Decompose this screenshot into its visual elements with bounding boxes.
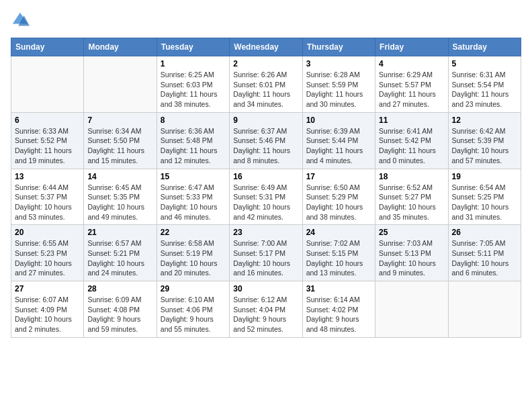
- day-info: Sunrise: 6:25 AM Sunset: 6:03 PM Dayligh…: [161, 70, 226, 109]
- page-header: [11, 11, 521, 30]
- day-info: Sunrise: 6:12 AM Sunset: 4:04 PM Dayligh…: [233, 295, 298, 334]
- day-info: Sunrise: 6:58 AM Sunset: 5:19 PM Dayligh…: [161, 238, 226, 278]
- day-info: Sunrise: 6:42 AM Sunset: 5:39 PM Dayligh…: [452, 126, 517, 166]
- weekday-header-wednesday: Wednesday: [230, 38, 302, 56]
- calendar-cell: [11, 56, 84, 113]
- day-info: Sunrise: 6:29 AM Sunset: 5:57 PM Dayligh…: [379, 70, 444, 109]
- day-info: Sunrise: 6:10 AM Sunset: 4:06 PM Dayligh…: [161, 295, 226, 334]
- calendar-cell: 25Sunrise: 7:03 AM Sunset: 5:13 PM Dayli…: [375, 225, 448, 281]
- day-number: 18: [379, 172, 444, 181]
- day-info: Sunrise: 6:50 AM Sunset: 5:29 PM Dayligh…: [306, 183, 371, 222]
- day-info: Sunrise: 6:52 AM Sunset: 5:27 PM Dayligh…: [379, 183, 444, 222]
- day-info: Sunrise: 6:31 AM Sunset: 5:54 PM Dayligh…: [452, 70, 517, 109]
- calendar-cell: 19Sunrise: 6:54 AM Sunset: 5:25 PM Dayli…: [448, 169, 521, 225]
- weekday-header-friday: Friday: [375, 38, 448, 56]
- day-number: 11: [379, 116, 444, 125]
- day-info: Sunrise: 6:34 AM Sunset: 5:50 PM Dayligh…: [87, 126, 152, 166]
- weekday-header-tuesday: Tuesday: [157, 38, 229, 56]
- calendar-cell: 9Sunrise: 6:37 AM Sunset: 5:46 PM Daylig…: [230, 112, 302, 169]
- calendar-cell: 14Sunrise: 6:45 AM Sunset: 5:35 PM Dayli…: [84, 169, 157, 225]
- day-number: 30: [233, 284, 298, 293]
- weekday-header-sunday: Sunday: [11, 38, 84, 56]
- day-info: Sunrise: 6:26 AM Sunset: 6:01 PM Dayligh…: [233, 70, 298, 109]
- day-info: Sunrise: 6:37 AM Sunset: 5:46 PM Dayligh…: [233, 126, 298, 166]
- day-info: Sunrise: 7:02 AM Sunset: 5:15 PM Dayligh…: [306, 238, 371, 278]
- day-info: Sunrise: 6:44 AM Sunset: 5:37 PM Dayligh…: [15, 183, 80, 222]
- calendar-cell: 8Sunrise: 6:36 AM Sunset: 5:48 PM Daylig…: [157, 112, 229, 169]
- day-number: 24: [306, 228, 371, 237]
- day-number: 12: [452, 116, 517, 125]
- calendar-cell: 10Sunrise: 6:39 AM Sunset: 5:44 PM Dayli…: [302, 112, 375, 169]
- calendar-cell: 31Sunrise: 6:14 AM Sunset: 4:02 PM Dayli…: [302, 281, 375, 338]
- calendar-cell: [84, 56, 157, 113]
- calendar-cell: 12Sunrise: 6:42 AM Sunset: 5:39 PM Dayli…: [448, 112, 521, 169]
- day-number: 4: [379, 59, 444, 68]
- calendar-cell: 5Sunrise: 6:31 AM Sunset: 5:54 PM Daylig…: [448, 56, 521, 113]
- day-number: 9: [233, 116, 298, 125]
- calendar-cell: 21Sunrise: 6:57 AM Sunset: 5:21 PM Dayli…: [84, 225, 157, 281]
- calendar-cell: 4Sunrise: 6:29 AM Sunset: 5:57 PM Daylig…: [375, 56, 448, 113]
- day-number: 26: [452, 228, 517, 237]
- day-info: Sunrise: 6:36 AM Sunset: 5:48 PM Dayligh…: [161, 126, 226, 166]
- calendar-cell: 23Sunrise: 7:00 AM Sunset: 5:17 PM Dayli…: [230, 225, 302, 281]
- calendar-cell: 16Sunrise: 6:49 AM Sunset: 5:31 PM Dayli…: [230, 169, 302, 225]
- calendar-week-row: 20Sunrise: 6:55 AM Sunset: 5:23 PM Dayli…: [11, 225, 521, 281]
- calendar-cell: 28Sunrise: 6:09 AM Sunset: 4:08 PM Dayli…: [84, 281, 157, 338]
- day-number: 13: [15, 172, 80, 181]
- day-number: 5: [452, 59, 517, 68]
- day-number: 2: [233, 59, 298, 68]
- weekday-header-monday: Monday: [84, 38, 157, 56]
- day-number: 17: [306, 172, 371, 181]
- day-info: Sunrise: 6:09 AM Sunset: 4:08 PM Dayligh…: [87, 295, 152, 334]
- day-number: 20: [15, 228, 80, 237]
- day-info: Sunrise: 6:45 AM Sunset: 5:35 PM Dayligh…: [87, 183, 152, 222]
- logo-icon: [11, 11, 30, 30]
- calendar-cell: 7Sunrise: 6:34 AM Sunset: 5:50 PM Daylig…: [84, 112, 157, 169]
- calendar-cell: 1Sunrise: 6:25 AM Sunset: 6:03 PM Daylig…: [157, 56, 229, 113]
- calendar-cell: 24Sunrise: 7:02 AM Sunset: 5:15 PM Dayli…: [302, 225, 375, 281]
- calendar-cell: 29Sunrise: 6:10 AM Sunset: 4:06 PM Dayli…: [157, 281, 229, 338]
- logo: [11, 11, 32, 30]
- day-number: 14: [87, 172, 152, 181]
- calendar-cell: [375, 281, 448, 338]
- day-info: Sunrise: 6:57 AM Sunset: 5:21 PM Dayligh…: [87, 238, 152, 278]
- day-number: 1: [161, 59, 226, 68]
- calendar-cell: [448, 281, 521, 338]
- day-info: Sunrise: 7:00 AM Sunset: 5:17 PM Dayligh…: [233, 238, 298, 278]
- calendar-cell: 30Sunrise: 6:12 AM Sunset: 4:04 PM Dayli…: [230, 281, 302, 338]
- calendar-cell: 13Sunrise: 6:44 AM Sunset: 5:37 PM Dayli…: [11, 169, 84, 225]
- weekday-header-saturday: Saturday: [448, 38, 521, 56]
- day-info: Sunrise: 6:47 AM Sunset: 5:33 PM Dayligh…: [161, 183, 226, 222]
- calendar-cell: 15Sunrise: 6:47 AM Sunset: 5:33 PM Dayli…: [157, 169, 229, 225]
- calendar-cell: 26Sunrise: 7:05 AM Sunset: 5:11 PM Dayli…: [448, 225, 521, 281]
- day-info: Sunrise: 6:33 AM Sunset: 5:52 PM Dayligh…: [15, 126, 80, 166]
- day-info: Sunrise: 6:41 AM Sunset: 5:42 PM Dayligh…: [379, 126, 444, 166]
- calendar-cell: 11Sunrise: 6:41 AM Sunset: 5:42 PM Dayli…: [375, 112, 448, 169]
- day-number: 29: [161, 284, 226, 293]
- day-number: 16: [233, 172, 298, 181]
- day-number: 6: [15, 116, 80, 125]
- day-number: 8: [161, 116, 226, 125]
- day-info: Sunrise: 6:07 AM Sunset: 4:09 PM Dayligh…: [15, 295, 80, 334]
- calendar-cell: 3Sunrise: 6:28 AM Sunset: 5:59 PM Daylig…: [302, 56, 375, 113]
- day-info: Sunrise: 6:28 AM Sunset: 5:59 PM Dayligh…: [306, 70, 371, 109]
- calendar-week-row: 13Sunrise: 6:44 AM Sunset: 5:37 PM Dayli…: [11, 169, 521, 225]
- day-info: Sunrise: 6:55 AM Sunset: 5:23 PM Dayligh…: [15, 238, 80, 278]
- calendar-cell: 2Sunrise: 6:26 AM Sunset: 6:01 PM Daylig…: [230, 56, 302, 113]
- calendar-week-row: 6Sunrise: 6:33 AM Sunset: 5:52 PM Daylig…: [11, 112, 521, 169]
- day-number: 22: [161, 228, 226, 237]
- day-info: Sunrise: 6:49 AM Sunset: 5:31 PM Dayligh…: [233, 183, 298, 222]
- calendar-week-row: 27Sunrise: 6:07 AM Sunset: 4:09 PM Dayli…: [11, 281, 521, 338]
- calendar-cell: 17Sunrise: 6:50 AM Sunset: 5:29 PM Dayli…: [302, 169, 375, 225]
- day-number: 3: [306, 59, 371, 68]
- day-info: Sunrise: 6:39 AM Sunset: 5:44 PM Dayligh…: [306, 126, 371, 166]
- calendar-table: SundayMondayTuesdayWednesdayThursdayFrid…: [11, 38, 521, 338]
- calendar-cell: 18Sunrise: 6:52 AM Sunset: 5:27 PM Dayli…: [375, 169, 448, 225]
- calendar-cell: 27Sunrise: 6:07 AM Sunset: 4:09 PM Dayli…: [11, 281, 84, 338]
- day-number: 31: [306, 284, 371, 293]
- day-number: 23: [233, 228, 298, 237]
- day-number: 25: [379, 228, 444, 237]
- day-info: Sunrise: 7:05 AM Sunset: 5:11 PM Dayligh…: [452, 238, 517, 278]
- day-number: 27: [15, 284, 80, 293]
- day-number: 19: [452, 172, 517, 181]
